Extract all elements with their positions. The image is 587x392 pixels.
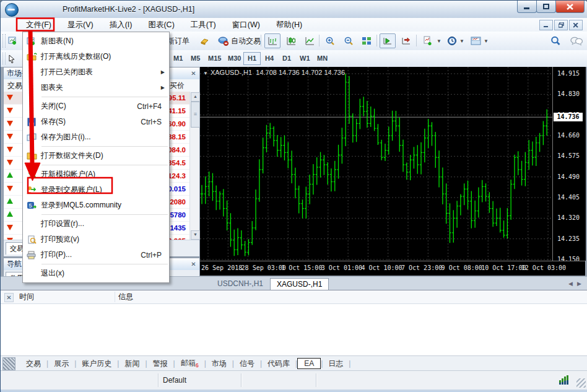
bar-chart-button[interactable] — [264, 33, 280, 48]
file-menu-item[interactable]: 退出(x) — [23, 266, 169, 281]
restore-button[interactable] — [536, 1, 556, 13]
file-menu-item[interactable]: 登录到交易账户(L) — [23, 182, 169, 198]
menu-item-icon-empty — [25, 83, 38, 93]
tile-windows-button[interactable] — [359, 33, 375, 48]
file-menu-item[interactable]: 图表夹▶ — [23, 80, 169, 95]
timeframe-button-mn[interactable]: MN — [313, 52, 332, 65]
terminal-tab-10[interactable]: EA — [297, 358, 321, 369]
timeframe-button-h1[interactable]: H1 — [243, 52, 261, 65]
gold-icon[interactable] — [196, 33, 213, 48]
timeframe-button-w1[interactable]: W1 — [295, 52, 315, 65]
file-menu-item[interactable]: 打开已关闭图表▶ — [23, 64, 169, 80]
timeframe-button-h4[interactable]: H4 — [261, 52, 278, 65]
file-menu-item[interactable]: 打开数据文件夹(D) — [23, 148, 169, 163]
template-status[interactable]: Default — [163, 371, 186, 390]
line-chart-button[interactable] — [302, 33, 318, 48]
terminal-tab-2[interactable]: 展示 — [48, 358, 74, 370]
terminal-panel: ✕ 时间 信息 — [1, 290, 587, 356]
chart-tab-2[interactable]: XAGUSD-,H1 — [270, 278, 329, 290]
file-menu-item[interactable]: 5登录到MQL5.community — [23, 198, 169, 213]
bid-column-header[interactable]: 买价 — [170, 79, 185, 92]
price-tick-label: 14.490 — [557, 173, 580, 180]
panel-grip-icon[interactable] — [2, 357, 15, 370]
scroll-down-icon[interactable]: ▼ — [191, 230, 200, 240]
scroll-up-icon[interactable]: ▲ — [191, 92, 200, 102]
autoscroll-button[interactable] — [380, 33, 396, 48]
timeframe-button-m30[interactable]: M30 — [224, 52, 245, 65]
chat-button[interactable] — [567, 33, 586, 48]
terminal-tab-8[interactable]: 信号 — [234, 358, 260, 370]
file-menu-item[interactable]: 保存(S)Ctrl+S — [23, 114, 169, 129]
resize-grip[interactable] — [576, 378, 586, 388]
autoscroll-icon — [383, 37, 393, 45]
file-menu-item[interactable]: 开新模拟帐户(A) — [23, 167, 169, 182]
zoom-in-button[interactable] — [322, 33, 338, 48]
child-close-button[interactable] — [569, 20, 583, 30]
file-menu-item[interactable]: 打印预览(v) — [23, 232, 169, 247]
arrow-down-icon — [7, 186, 13, 191]
market-watch-scrollbar[interactable]: ▲ ▼ — [189, 92, 199, 240]
terminal-tab-9[interactable]: 代码库 — [262, 358, 295, 370]
navigator-close-icon[interactable]: ✕ — [189, 260, 198, 268]
terminal-tab-6[interactable]: 邮箱6 — [175, 357, 204, 369]
new-account-icon — [25, 170, 38, 180]
file-menu-item[interactable]: 关闭(C)Ctrl+F4 — [23, 98, 169, 114]
file-menu-item[interactable]: 打印设置(r)... — [23, 216, 169, 232]
terminal-tab-5[interactable]: 警报 — [147, 358, 173, 370]
tabs-scroll-left-icon[interactable]: ◀ — [568, 281, 573, 287]
menubar-item-3[interactable]: 插入(I) — [102, 18, 141, 32]
chart-shift-button[interactable] — [398, 33, 414, 48]
candle-chart-button[interactable] — [283, 33, 299, 48]
autotrading-button[interactable]: 自动交易 — [215, 33, 264, 48]
indicators-button[interactable]: ▼ — [420, 33, 445, 48]
chart-tab-1[interactable]: USDCNH-,H1 — [211, 278, 269, 290]
arrow-down-icon — [7, 225, 13, 230]
price-tick-label: 14.235 — [557, 235, 580, 242]
templates-button[interactable]: ▼ — [467, 33, 492, 48]
scroll-thumb[interactable] — [191, 102, 200, 128]
file-menu-item[interactable]: 打开离线历史数据(O) — [23, 49, 169, 64]
child-restore-button[interactable] — [554, 20, 568, 30]
menu-separator — [41, 214, 168, 215]
status-bar: Default — [1, 370, 587, 390]
menu-shortcut: Ctrl+F4 — [137, 102, 162, 111]
time-column-header[interactable]: 时间 — [19, 290, 34, 303]
minimize-button[interactable] — [517, 1, 537, 13]
cursor-tool-button[interactable] — [5, 51, 19, 66]
timeframe-button-d1[interactable]: D1 — [278, 52, 295, 65]
timeframe-button-m15[interactable]: M15 — [204, 52, 225, 65]
time-axis[interactable]: 26 Sep 201828 Sep 03:001 Oct 15:003 Oct … — [200, 261, 585, 276]
new-chart-button[interactable] — [5, 33, 21, 48]
file-menu-item[interactable]: 保存为图片(i)... — [23, 129, 169, 145]
timeframe-button-m1[interactable]: M1 — [169, 52, 187, 65]
chart-area[interactable]: ▼XAGUSD-,H1 14.708 14.736 14.702 14.736 — [200, 67, 552, 261]
menu-item-icon-empty — [25, 269, 38, 279]
menubar-item-4[interactable]: 图表(C) — [140, 18, 182, 32]
zoom-out-button[interactable] — [341, 33, 357, 48]
menubar-item-6[interactable]: 窗口(W) — [224, 18, 268, 32]
menubar-item-2[interactable]: 显示(V) — [59, 18, 102, 32]
arrow-up-icon — [7, 172, 13, 178]
terminal-close-icon[interactable]: ✕ — [4, 293, 14, 302]
market-watch-close-icon[interactable]: ✕ — [189, 69, 198, 77]
child-minimize-button[interactable] — [539, 20, 553, 30]
close-button[interactable] — [555, 1, 585, 13]
file-menu-item[interactable]: 打印(P)...Ctrl+P — [23, 247, 169, 263]
message-column-header[interactable]: 信息 — [118, 290, 133, 303]
menubar-item-5[interactable]: 工具(T) — [183, 18, 224, 32]
price-axis[interactable]: 14.91514.83014.74514.66014.57514.49014.4… — [552, 67, 586, 261]
file-menu-item[interactable]: 新图表(N) — [23, 33, 169, 49]
terminal-tab-1[interactable]: 交易 — [20, 358, 46, 370]
periods-button[interactable]: ▼ — [444, 33, 467, 48]
menubar-item-1[interactable]: 文件(F) — [18, 18, 59, 32]
file-menu-item-label: 登录到MQL5.community — [41, 200, 121, 211]
terminal-tab-7[interactable]: 市场 — [206, 358, 232, 370]
tabs-scroll-right-icon[interactable]: ▶ — [577, 281, 581, 287]
new-chart-icon — [8, 37, 18, 45]
search-button[interactable] — [547, 33, 563, 48]
menubar-item-7[interactable]: 帮助(H) — [268, 18, 310, 32]
terminal-tab-4[interactable]: 新闻 — [119, 358, 145, 370]
terminal-tab-3[interactable]: 账户历史 — [76, 358, 117, 370]
timeframe-button-m5[interactable]: M5 — [186, 52, 204, 65]
terminal-tab-11[interactable]: 日志 — [323, 358, 349, 370]
